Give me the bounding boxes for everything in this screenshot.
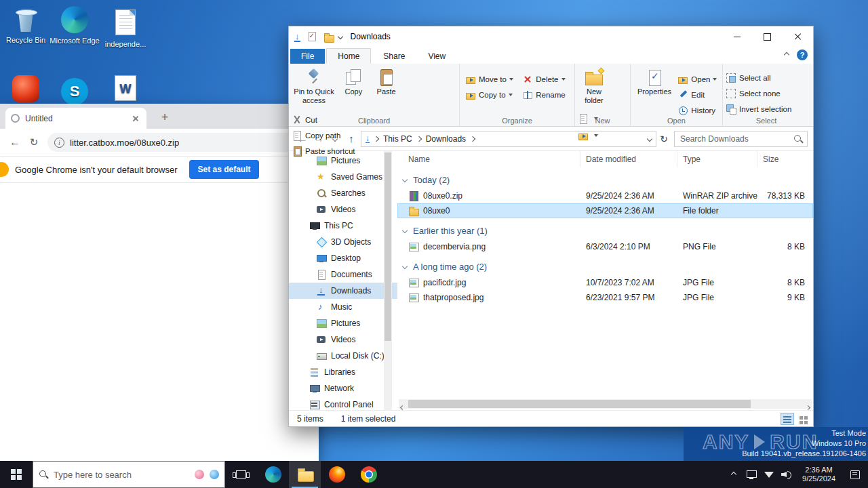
breadcrumb[interactable]: This PC Downloads bbox=[361, 131, 656, 147]
delete-button[interactable]: Delete bbox=[522, 74, 565, 85]
sidebar-item-pictures[interactable]: Pictures bbox=[289, 152, 397, 169]
minimize-button[interactable] bbox=[722, 26, 752, 47]
qat-customize-icon[interactable] bbox=[337, 34, 342, 39]
tab-share[interactable]: Share bbox=[372, 49, 416, 64]
chrome-tab[interactable]: Untitled bbox=[5, 108, 146, 129]
breadcrumb-chevron-icon[interactable] bbox=[416, 136, 421, 141]
group-header-today[interactable]: Today (2) bbox=[397, 171, 813, 188]
page-info-icon[interactable] bbox=[54, 138, 64, 148]
easy-access-button[interactable] bbox=[578, 130, 598, 141]
breadcrumb-chevron-icon[interactable] bbox=[374, 136, 379, 141]
search-input[interactable] bbox=[680, 134, 793, 144]
file-row-jpg-2[interactable]: thatproposed.jpg 6/23/2021 9:57 PM JPG F… bbox=[397, 290, 813, 305]
reload-icon[interactable] bbox=[24, 133, 43, 152]
tab-home[interactable]: Home bbox=[326, 48, 371, 64]
rename-button[interactable]: Rename bbox=[522, 89, 565, 100]
sidebar-item-music[interactable]: Music bbox=[289, 299, 397, 315]
qat-properties-icon[interactable] bbox=[307, 32, 317, 41]
sidebar-item-local-disk[interactable]: Local Disk (C:) bbox=[289, 348, 397, 364]
sidebar-item-libraries[interactable]: Libraries bbox=[289, 364, 397, 380]
sidebar-item-pictures-2[interactable]: Pictures bbox=[289, 315, 397, 331]
file-row-png[interactable]: decembervia.png 6/3/2024 2:10 PM PNG Fil… bbox=[397, 239, 813, 254]
help-icon[interactable] bbox=[797, 49, 808, 60]
wifi-tray-button[interactable] bbox=[760, 461, 778, 488]
sidebar-item-desktop[interactable]: Desktop bbox=[289, 250, 397, 266]
file-row-zip[interactable]: 08uxe0.zip 9/25/2024 2:36 AM WinRAR ZIP … bbox=[397, 188, 813, 203]
breadcrumb-this-pc[interactable]: This PC bbox=[383, 134, 412, 144]
desktop-icon-edge[interactable]: Microsoft Edge bbox=[49, 5, 100, 45]
collapse-ribbon-icon[interactable] bbox=[784, 52, 789, 58]
invert-selection-button[interactable]: Invert selection bbox=[726, 104, 791, 115]
history-button[interactable]: History bbox=[677, 105, 717, 116]
breadcrumb-downloads[interactable]: Downloads bbox=[426, 134, 466, 144]
scroll-right-icon[interactable] bbox=[806, 402, 810, 410]
chevron-down-icon[interactable] bbox=[402, 177, 408, 182]
paste-button[interactable]: Paste bbox=[371, 66, 402, 98]
network-tray-button[interactable] bbox=[743, 461, 760, 488]
address-dropdown-icon[interactable] bbox=[647, 136, 652, 141]
chevron-down-icon[interactable] bbox=[402, 228, 408, 233]
taskbar-search-input[interactable] bbox=[54, 470, 189, 480]
thumbnails-view-button[interactable] bbox=[796, 413, 810, 425]
desktop-icon-red-app[interactable] bbox=[0, 75, 52, 106]
tab-view[interactable]: View bbox=[417, 49, 456, 64]
copy-button[interactable]: Copy bbox=[338, 66, 368, 98]
action-center-button[interactable] bbox=[842, 461, 868, 488]
new-tab-button[interactable] bbox=[157, 110, 172, 125]
tab-close-icon[interactable] bbox=[130, 113, 141, 124]
sidebar-item-this-pc[interactable]: This PC bbox=[289, 218, 397, 234]
sidebar-item-videos-2[interactable]: Videos bbox=[289, 331, 397, 348]
set-as-default-button[interactable]: Set as default bbox=[189, 160, 258, 179]
desktop-icon-document[interactable]: independe... bbox=[100, 8, 151, 49]
sidebar-item-control-panel[interactable]: Control Panel bbox=[289, 396, 397, 410]
nav-scrollbar[interactable] bbox=[384, 151, 392, 410]
breadcrumb-chevron-icon[interactable] bbox=[470, 136, 475, 141]
refresh-icon[interactable] bbox=[656, 134, 671, 144]
hidden-icons-button[interactable] bbox=[725, 461, 743, 488]
sidebar-item-network[interactable]: Network bbox=[289, 380, 397, 396]
open-button[interactable]: Open bbox=[677, 74, 717, 85]
new-folder-button[interactable]: New folder bbox=[578, 66, 610, 107]
taskbar-file-explorer-button[interactable] bbox=[289, 461, 321, 488]
volume-tray-button[interactable] bbox=[778, 461, 795, 488]
edit-button[interactable]: Edit bbox=[677, 89, 717, 100]
scrollbar-thumb[interactable] bbox=[408, 400, 751, 408]
sidebar-item-searches[interactable]: Searches bbox=[289, 185, 397, 201]
details-view-button[interactable] bbox=[781, 413, 794, 425]
maximize-button[interactable] bbox=[752, 26, 783, 47]
column-date-modified[interactable]: Date modified bbox=[580, 151, 677, 167]
copy-path-button[interactable]: Copy path bbox=[292, 130, 355, 141]
sidebar-item-documents[interactable]: Documents bbox=[289, 266, 397, 283]
horizontal-scrollbar[interactable] bbox=[399, 399, 812, 409]
column-type[interactable]: Type bbox=[677, 151, 757, 167]
taskbar-chrome-button[interactable] bbox=[353, 461, 384, 488]
properties-button[interactable]: Properties bbox=[633, 66, 675, 98]
back-icon[interactable] bbox=[5, 133, 24, 152]
sidebar-item-3d-objects[interactable]: 3D Objects bbox=[289, 234, 397, 250]
file-row-folder-selected[interactable]: 08uxe0 9/25/2024 2:36 AM File folder bbox=[397, 203, 813, 218]
scroll-left-icon[interactable] bbox=[401, 402, 404, 410]
qat-new-folder-icon[interactable] bbox=[323, 32, 333, 41]
taskbar-search-box[interactable] bbox=[33, 461, 225, 488]
taskbar-edge-button[interactable] bbox=[257, 461, 289, 488]
tab-file[interactable]: File bbox=[290, 49, 325, 64]
sidebar-item-saved-games[interactable]: Saved Games bbox=[289, 169, 397, 185]
scrollbar-thumb[interactable] bbox=[384, 152, 391, 341]
address-bar[interactable]: litter.catbox.moe/08uxe0.zip bbox=[47, 133, 313, 152]
column-size[interactable]: Size bbox=[757, 151, 813, 167]
pin-to-quick-access-button[interactable]: Pin to Quick access bbox=[292, 66, 336, 107]
search-icon[interactable] bbox=[793, 134, 803, 144]
group-header-a-long-time-ago[interactable]: A long time ago (2) bbox=[397, 258, 813, 275]
move-to-button[interactable]: Move to bbox=[465, 74, 513, 85]
file-row-jpg-1[interactable]: pacificdr.jpg 10/7/2023 7:02 AM JPG File… bbox=[397, 275, 813, 290]
desktop-icon-word[interactable] bbox=[100, 75, 151, 106]
sidebar-item-videos[interactable]: Videos bbox=[289, 201, 397, 218]
close-button[interactable] bbox=[783, 26, 813, 47]
task-view-button[interactable] bbox=[225, 461, 257, 488]
column-name[interactable]: Name bbox=[397, 151, 580, 167]
select-all-button[interactable]: Select all bbox=[726, 73, 791, 83]
desktop-icon-recycle-bin[interactable]: Recycle Bin bbox=[0, 5, 52, 45]
taskbar-clock[interactable]: 2:36 AM 9/25/2024 bbox=[795, 466, 842, 483]
copy-to-button[interactable]: Copy to bbox=[465, 89, 513, 100]
taskbar-firefox-button[interactable] bbox=[321, 461, 353, 488]
